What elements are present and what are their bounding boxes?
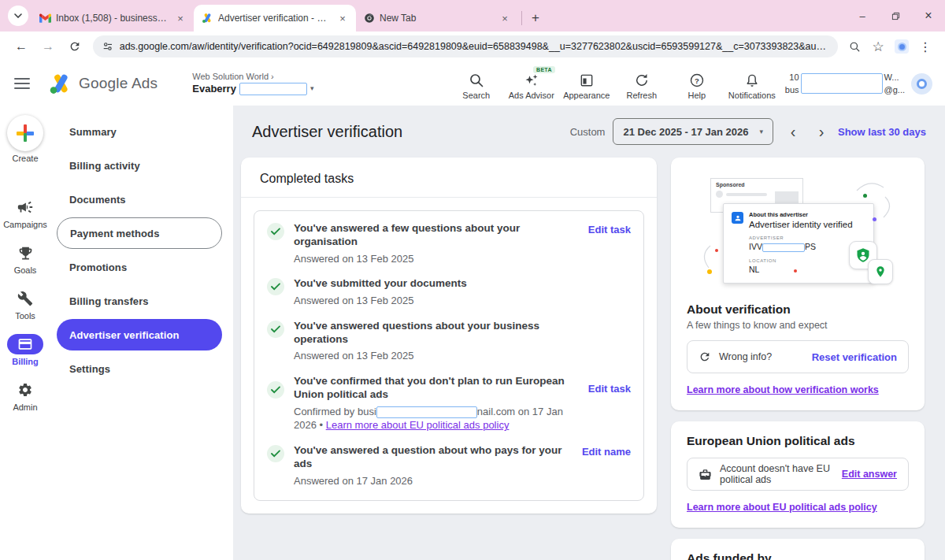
task-row: You've answered questions about your bus… xyxy=(267,320,631,363)
date-prev-button[interactable]: ‹ xyxy=(781,120,805,143)
redacted-advertiser-name xyxy=(762,243,805,252)
sidebar-item-billing-transfers[interactable]: Billing transfers xyxy=(57,285,222,317)
sidebar-item-settings[interactable]: Settings xyxy=(57,353,222,384)
briefcase-icon xyxy=(699,468,712,481)
account-info[interactable]: 10 bus W... @g... xyxy=(785,71,905,97)
create-plus-icon xyxy=(7,115,43,151)
sidebar-item-payment-methods[interactable]: Payment methods xyxy=(57,217,222,249)
svg-text:?: ? xyxy=(695,76,699,84)
nav-ads-advisor[interactable]: BETA Ads Advisor xyxy=(506,68,557,100)
sponsored-label: Sponsored xyxy=(716,182,802,187)
completed-tasks-card: Completed tasks You've answered a few qu… xyxy=(241,158,657,514)
account-name: Evaberry xyxy=(192,83,236,95)
close-window-button[interactable]: × xyxy=(912,0,945,32)
rail-item-tools[interactable]: Tools xyxy=(13,288,37,321)
extension-icon[interactable] xyxy=(891,36,912,57)
decor-dot-red-small xyxy=(794,269,797,273)
forward-button[interactable]: → xyxy=(37,35,59,57)
check-icon xyxy=(267,223,284,240)
nav-notifications[interactable]: Notifications xyxy=(727,68,777,100)
date-range-picker[interactable]: 21 Dec 2025 - 17 Jan 2026 ▾ xyxy=(613,118,773,145)
verification-learn-more-link[interactable]: Learn more about how verification works xyxy=(687,384,879,395)
google-ads-icon xyxy=(202,13,213,24)
about-verification-card: Sponsored About this advertiser Advertis… xyxy=(671,158,925,410)
check-icon xyxy=(267,321,284,338)
zoom-icon[interactable] xyxy=(844,36,865,57)
sidebar-item-documents[interactable]: Documents xyxy=(57,184,222,215)
wrong-info-row: Wrong info? Reset verification xyxy=(687,340,909,373)
edit-answer-link[interactable]: Edit answer xyxy=(842,469,897,480)
tab-title: Advertiser verification - Evaberry - xyxy=(218,13,331,24)
new-tab-button[interactable]: + xyxy=(525,8,546,28)
eu-policy-learn-more-link[interactable]: Learn more about EU political ads policy xyxy=(687,502,877,513)
date-next-button[interactable]: › xyxy=(810,120,833,143)
ads-funded-by-heading: Ads funded by xyxy=(687,551,909,560)
account-email-suffix: @g... xyxy=(884,85,905,95)
task-row: You've answered a few questions about yo… xyxy=(267,222,631,265)
tab-advertiser-verification[interactable]: Advertiser verification - Evaberry - × xyxy=(194,5,356,32)
nav-help[interactable]: ? Help xyxy=(672,68,722,100)
sidebar-item-promotions[interactable]: Promotions xyxy=(57,251,222,283)
main-menu-icon[interactable] xyxy=(14,72,36,95)
main-content: Advertiser verification Custom 21 Dec 20… xyxy=(233,106,945,560)
tab-close-icon[interactable]: × xyxy=(173,11,187,25)
eu-political-ads-status: Account doesn't have EU political ads xyxy=(720,463,834,485)
about-this-advertiser-label: About this advertiser xyxy=(749,211,853,218)
rail-item-billing[interactable]: Billing xyxy=(7,334,43,366)
redacted-email xyxy=(376,406,477,418)
breadcrumb: Web Solution World xyxy=(192,72,269,83)
nav-appearance[interactable]: Appearance xyxy=(561,68,612,100)
tab-close-icon[interactable]: × xyxy=(335,11,350,25)
tab-gmail[interactable]: Inbox (1,508) - business.websoluti × xyxy=(32,5,194,32)
address-bar[interactable]: ads.google.com/aw/identity/verification?… xyxy=(93,35,838,57)
sparkle-icon xyxy=(524,72,539,88)
sidebar-item-advertiser-verification[interactable]: Advertiser verification xyxy=(57,319,222,350)
location-field-value: NL xyxy=(749,265,865,274)
restore-icon xyxy=(891,12,900,20)
nav-search[interactable]: Search xyxy=(451,68,502,100)
location-badge xyxy=(868,259,893,284)
task-row: You've answered a question about who pay… xyxy=(267,444,631,488)
rail-item-admin[interactable]: Admin xyxy=(13,380,37,412)
task-title: You've answered a few questions about yo… xyxy=(294,222,566,249)
sidebar-item-summary[interactable]: Summary xyxy=(57,116,222,147)
minimize-button[interactable]: – xyxy=(846,0,879,32)
sidebar-item-billing-activity[interactable]: Billing activity xyxy=(57,150,222,181)
browser-menu-icon[interactable]: ⋮ xyxy=(915,36,936,57)
task-title: You've submitted your documents xyxy=(294,277,566,291)
avatar[interactable] xyxy=(911,73,932,95)
edit-task-link[interactable]: Edit task xyxy=(574,375,631,432)
tab-new-tab[interactable]: New Tab × xyxy=(356,5,518,32)
edit-task-link[interactable]: Edit task xyxy=(574,222,631,265)
reload-button[interactable] xyxy=(64,35,86,57)
edit-name-link[interactable]: Edit name xyxy=(574,444,631,488)
back-button[interactable]: ← xyxy=(10,35,32,57)
account-switcher[interactable]: Web Solution World› Evaberry ▾ xyxy=(192,72,313,95)
show-last-30-days-link[interactable]: Show last 30 days xyxy=(838,126,926,138)
nav-refresh[interactable]: Refresh xyxy=(617,68,667,100)
rail-item-campaigns[interactable]: Campaigns xyxy=(3,197,47,229)
task-row: You've confirmed that you don't plan to … xyxy=(267,375,631,432)
check-icon xyxy=(267,278,284,295)
decor-dot-red xyxy=(715,249,718,252)
reset-icon xyxy=(699,350,711,363)
advertiser-person-icon xyxy=(732,212,743,224)
eu-political-ads-heading: European Union political ads xyxy=(687,434,909,448)
account-dropdown-icon: ▾ xyxy=(310,84,314,93)
rail-item-create[interactable]: Create xyxy=(7,115,43,163)
tab-close-icon[interactable]: × xyxy=(498,11,512,25)
tab-search-button[interactable] xyxy=(8,6,28,26)
reset-verification-link[interactable]: Reset verification xyxy=(812,351,897,363)
admin-gear-icon xyxy=(17,382,33,398)
eu-policy-link[interactable]: Learn more about EU political ads policy xyxy=(326,419,510,431)
restore-button[interactable] xyxy=(879,0,912,32)
date-custom-label: Custom xyxy=(570,126,606,138)
task-title: You've answered a question about who pay… xyxy=(294,444,566,471)
page-body: Create Campaigns Goals Tools Billing Adm… xyxy=(0,106,945,560)
rail-item-goals[interactable]: Goals xyxy=(13,243,37,275)
redacted-account-details xyxy=(801,73,883,94)
billing-icon xyxy=(17,336,33,352)
task-row: You've submitted your documents Answered… xyxy=(267,277,631,307)
site-info-icon[interactable] xyxy=(102,41,113,52)
bookmark-star-icon[interactable]: ☆ xyxy=(868,36,888,57)
